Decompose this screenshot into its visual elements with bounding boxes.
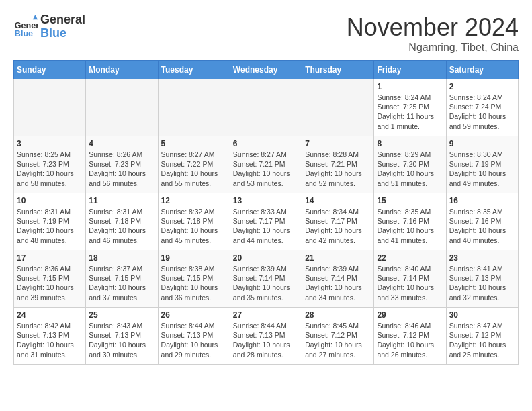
calendar-header-row: SundayMondayTuesdayWednesdayThursdayFrid…	[14, 61, 519, 79]
day-number: 22	[377, 253, 443, 263]
logo-blue: Blue	[40, 27, 85, 40]
logo-general: General	[40, 13, 85, 27]
day-info: Sunrise: 8:25 AMSunset: 7:23 PMDaylight:…	[17, 150, 83, 188]
day-info: Sunrise: 8:34 AMSunset: 7:17 PMDaylight:…	[305, 207, 371, 245]
day-number: 11	[89, 196, 154, 205]
calendar-cell: 18Sunrise: 8:37 AMSunset: 7:15 PMDayligh…	[86, 250, 158, 308]
day-number: 4	[89, 139, 154, 148]
day-number: 15	[377, 196, 443, 205]
day-number: 17	[17, 253, 83, 263]
day-number: 3	[17, 139, 83, 148]
calendar-cell: 29Sunrise: 8:46 AMSunset: 7:12 PMDayligh…	[374, 308, 446, 365]
calendar-cell	[14, 79, 86, 136]
day-info: Sunrise: 8:41 AMSunset: 7:13 PMDaylight:…	[449, 264, 515, 302]
day-info: Sunrise: 8:35 AMSunset: 7:16 PMDaylight:…	[449, 207, 515, 245]
day-info: Sunrise: 8:30 AMSunset: 7:19 PMDaylight:…	[449, 150, 515, 188]
calendar-cell: 16Sunrise: 8:35 AMSunset: 7:16 PMDayligh…	[446, 193, 518, 250]
day-info: Sunrise: 8:26 AMSunset: 7:23 PMDaylight:…	[89, 150, 154, 188]
day-header-saturday: Saturday	[446, 61, 518, 79]
day-number: 9	[449, 139, 515, 148]
day-number: 20	[233, 253, 299, 263]
day-info: Sunrise: 8:44 AMSunset: 7:13 PMDaylight:…	[233, 321, 299, 359]
day-number: 13	[233, 196, 299, 205]
day-header-friday: Friday	[374, 61, 446, 79]
calendar-week-4: 24Sunrise: 8:42 AMSunset: 7:13 PMDayligh…	[14, 308, 519, 365]
day-number: 26	[161, 310, 227, 320]
day-info: Sunrise: 8:31 AMSunset: 7:19 PMDaylight:…	[17, 207, 83, 245]
calendar-cell: 27Sunrise: 8:44 AMSunset: 7:13 PMDayligh…	[230, 308, 302, 365]
calendar-cell: 2Sunrise: 8:24 AMSunset: 7:24 PMDaylight…	[446, 79, 518, 136]
location: Ngamring, Tibet, China	[347, 42, 519, 54]
calendar-cell: 20Sunrise: 8:39 AMSunset: 7:14 PMDayligh…	[230, 250, 302, 308]
day-info: Sunrise: 8:45 AMSunset: 7:12 PMDaylight:…	[305, 321, 371, 359]
day-info: Sunrise: 8:43 AMSunset: 7:13 PMDaylight:…	[89, 321, 154, 359]
calendar-cell	[302, 79, 374, 136]
day-number: 12	[161, 196, 227, 205]
calendar-week-1: 3Sunrise: 8:25 AMSunset: 7:23 PMDaylight…	[14, 136, 519, 193]
day-number: 30	[449, 310, 515, 320]
day-number: 8	[377, 139, 443, 148]
calendar-cell: 24Sunrise: 8:42 AMSunset: 7:13 PMDayligh…	[14, 308, 86, 365]
day-info: Sunrise: 8:38 AMSunset: 7:15 PMDaylight:…	[161, 264, 227, 302]
calendar-cell: 7Sunrise: 8:28 AMSunset: 7:21 PMDaylight…	[302, 136, 374, 193]
logo-icon: General Blue	[13, 15, 38, 39]
calendar-cell: 28Sunrise: 8:45 AMSunset: 7:12 PMDayligh…	[302, 308, 374, 365]
calendar-cell: 10Sunrise: 8:31 AMSunset: 7:19 PMDayligh…	[14, 193, 86, 250]
day-number: 5	[161, 139, 227, 148]
day-info: Sunrise: 8:27 AMSunset: 7:22 PMDaylight:…	[161, 150, 227, 188]
day-info: Sunrise: 8:24 AMSunset: 7:25 PMDaylight:…	[377, 93, 443, 131]
day-info: Sunrise: 8:31 AMSunset: 7:18 PMDaylight:…	[89, 207, 154, 245]
day-number: 16	[449, 196, 515, 205]
calendar-week-3: 17Sunrise: 8:36 AMSunset: 7:15 PMDayligh…	[14, 250, 519, 308]
day-info: Sunrise: 8:46 AMSunset: 7:12 PMDaylight:…	[377, 321, 443, 359]
calendar: SundayMondayTuesdayWednesdayThursdayFrid…	[13, 60, 519, 365]
calendar-cell: 21Sunrise: 8:39 AMSunset: 7:14 PMDayligh…	[302, 250, 374, 308]
day-info: Sunrise: 8:44 AMSunset: 7:13 PMDaylight:…	[161, 321, 227, 359]
day-number: 19	[161, 253, 227, 263]
calendar-cell: 5Sunrise: 8:27 AMSunset: 7:22 PMDaylight…	[158, 136, 230, 193]
day-info: Sunrise: 8:27 AMSunset: 7:21 PMDaylight:…	[233, 150, 299, 188]
day-number: 27	[233, 310, 299, 320]
day-info: Sunrise: 8:40 AMSunset: 7:14 PMDaylight:…	[377, 264, 443, 302]
calendar-week-2: 10Sunrise: 8:31 AMSunset: 7:19 PMDayligh…	[14, 193, 519, 250]
day-number: 21	[305, 253, 371, 263]
day-info: Sunrise: 8:32 AMSunset: 7:18 PMDaylight:…	[161, 207, 227, 245]
calendar-cell: 11Sunrise: 8:31 AMSunset: 7:18 PMDayligh…	[86, 193, 158, 250]
day-info: Sunrise: 8:28 AMSunset: 7:21 PMDaylight:…	[305, 150, 371, 188]
calendar-cell	[230, 79, 302, 136]
calendar-cell: 8Sunrise: 8:29 AMSunset: 7:20 PMDaylight…	[374, 136, 446, 193]
day-info: Sunrise: 8:36 AMSunset: 7:15 PMDaylight:…	[17, 264, 83, 302]
logo-text: GeneralBlue	[40, 13, 85, 40]
day-number: 2	[449, 82, 515, 91]
day-number: 28	[305, 310, 371, 320]
calendar-cell: 17Sunrise: 8:36 AMSunset: 7:15 PMDayligh…	[14, 250, 86, 308]
calendar-cell: 19Sunrise: 8:38 AMSunset: 7:15 PMDayligh…	[158, 250, 230, 308]
calendar-cell: 3Sunrise: 8:25 AMSunset: 7:23 PMDaylight…	[14, 136, 86, 193]
day-info: Sunrise: 8:33 AMSunset: 7:17 PMDaylight:…	[233, 207, 299, 245]
calendar-cell: 14Sunrise: 8:34 AMSunset: 7:17 PMDayligh…	[302, 193, 374, 250]
calendar-cell: 13Sunrise: 8:33 AMSunset: 7:17 PMDayligh…	[230, 193, 302, 250]
day-number: 18	[89, 253, 154, 263]
calendar-cell: 30Sunrise: 8:47 AMSunset: 7:12 PMDayligh…	[446, 308, 518, 365]
svg-text:Blue: Blue	[15, 29, 33, 38]
day-number: 1	[377, 82, 443, 91]
day-info: Sunrise: 8:47 AMSunset: 7:12 PMDaylight:…	[449, 321, 515, 359]
day-info: Sunrise: 8:35 AMSunset: 7:16 PMDaylight:…	[377, 207, 443, 245]
day-number: 10	[17, 196, 83, 205]
day-header-monday: Monday	[86, 61, 158, 79]
day-info: Sunrise: 8:37 AMSunset: 7:15 PMDaylight:…	[89, 264, 154, 302]
calendar-cell: 9Sunrise: 8:30 AMSunset: 7:19 PMDaylight…	[446, 136, 518, 193]
day-header-tuesday: Tuesday	[158, 61, 230, 79]
day-info: Sunrise: 8:39 AMSunset: 7:14 PMDaylight:…	[305, 264, 371, 302]
calendar-cell: 26Sunrise: 8:44 AMSunset: 7:13 PMDayligh…	[158, 308, 230, 365]
calendar-cell: 1Sunrise: 8:24 AMSunset: 7:25 PMDaylight…	[374, 79, 446, 136]
calendar-week-0: 1Sunrise: 8:24 AMSunset: 7:25 PMDaylight…	[14, 79, 519, 136]
day-header-sunday: Sunday	[14, 61, 86, 79]
day-info: Sunrise: 8:39 AMSunset: 7:14 PMDaylight:…	[233, 264, 299, 302]
day-info: Sunrise: 8:29 AMSunset: 7:20 PMDaylight:…	[377, 150, 443, 188]
page-header: General Blue GeneralBlue November 2024 N…	[13, 13, 519, 54]
svg-marker-2	[33, 15, 38, 19]
day-number: 25	[89, 310, 154, 320]
day-info: Sunrise: 8:42 AMSunset: 7:13 PMDaylight:…	[17, 321, 83, 359]
calendar-cell	[86, 79, 158, 136]
